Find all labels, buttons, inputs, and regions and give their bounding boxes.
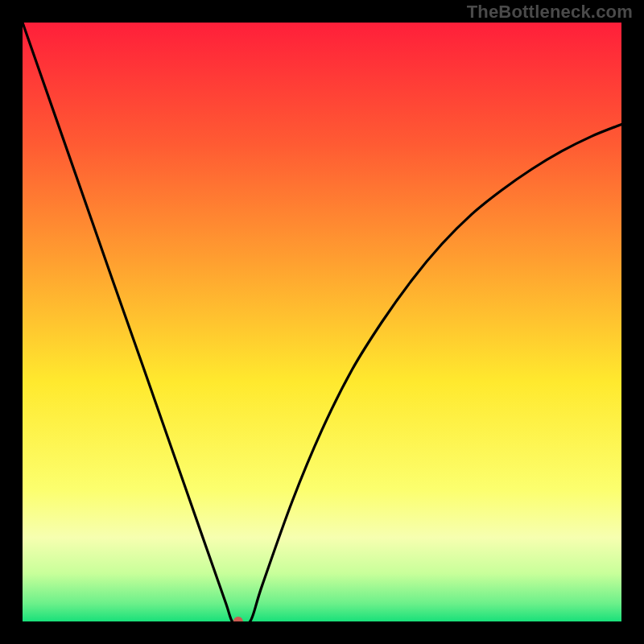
plot-area <box>23 23 621 621</box>
watermark-text: TheBottleneck.com <box>467 2 633 23</box>
chart-svg <box>23 23 621 621</box>
chart-frame: TheBottleneck.com <box>0 0 644 644</box>
gradient-background <box>23 23 621 621</box>
